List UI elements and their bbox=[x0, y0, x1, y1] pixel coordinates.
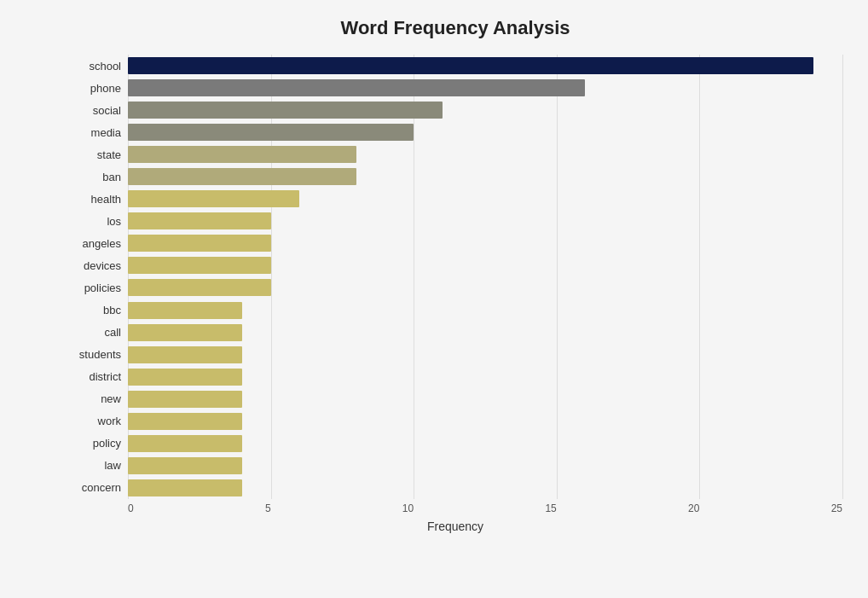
bar-row bbox=[128, 55, 842, 77]
bar-row bbox=[128, 254, 842, 276]
x-tick-label: 15 bbox=[545, 502, 556, 514]
bar bbox=[128, 369, 242, 386]
bar-row bbox=[128, 344, 842, 366]
bar-row bbox=[128, 165, 842, 188]
bar bbox=[128, 479, 242, 496]
y-label: policies bbox=[68, 276, 121, 299]
bar bbox=[128, 413, 242, 430]
x-labels: 0510152025 bbox=[128, 502, 842, 514]
y-label: district bbox=[68, 366, 121, 388]
bar-row bbox=[128, 232, 842, 254]
bar bbox=[128, 124, 414, 141]
x-tick-label: 10 bbox=[402, 502, 414, 514]
y-label: work bbox=[68, 410, 121, 433]
y-label: phone bbox=[68, 77, 121, 99]
bar-row bbox=[128, 366, 842, 388]
bars-and-grid bbox=[128, 55, 842, 499]
bar-row bbox=[128, 121, 842, 143]
x-axis-title: Frequency bbox=[68, 520, 842, 533]
bar-row bbox=[128, 188, 842, 210]
chart-container: Word Frequency Analysis schoolphonesocia… bbox=[0, 0, 868, 598]
x-tick-label: 0 bbox=[128, 502, 134, 514]
y-label: new bbox=[68, 388, 121, 410]
bar bbox=[128, 279, 271, 296]
y-label: law bbox=[68, 455, 121, 477]
y-label: social bbox=[68, 99, 121, 121]
bar-row bbox=[128, 143, 842, 165]
chart-title: Word Frequency Analysis bbox=[68, 17, 842, 39]
y-label: students bbox=[68, 344, 121, 366]
bar bbox=[128, 168, 356, 185]
bar bbox=[128, 346, 242, 363]
y-label: call bbox=[68, 322, 121, 344]
bar-row bbox=[128, 210, 842, 232]
x-axis-container: 0510152025 bbox=[68, 502, 842, 514]
x-tick-label: 20 bbox=[688, 502, 699, 514]
y-label: devices bbox=[68, 254, 121, 276]
y-label: policy bbox=[68, 433, 121, 455]
bar-row bbox=[128, 410, 842, 433]
bar-row bbox=[128, 322, 842, 344]
grid-line bbox=[842, 55, 843, 499]
y-label: health bbox=[68, 188, 121, 210]
x-tick-label: 25 bbox=[831, 502, 842, 514]
chart-area: schoolphonesocialmediastatebanhealthlosa… bbox=[68, 55, 842, 533]
y-label: ban bbox=[68, 165, 121, 188]
bar-row bbox=[128, 388, 842, 410]
bar bbox=[128, 102, 443, 119]
y-label: bbc bbox=[68, 299, 121, 322]
y-label: state bbox=[68, 143, 121, 165]
bar-row bbox=[128, 77, 842, 99]
bar bbox=[128, 324, 242, 341]
y-label: concern bbox=[68, 477, 121, 499]
bar bbox=[128, 190, 299, 207]
x-tick-label: 5 bbox=[265, 502, 271, 514]
bar-row bbox=[128, 455, 842, 477]
y-label: school bbox=[68, 55, 121, 77]
y-label: los bbox=[68, 210, 121, 232]
bar bbox=[128, 79, 585, 96]
bar bbox=[128, 235, 271, 252]
bar bbox=[128, 257, 271, 274]
y-labels: schoolphonesocialmediastatebanhealthlosa… bbox=[68, 55, 128, 499]
bar bbox=[128, 435, 242, 452]
y-label: angeles bbox=[68, 232, 121, 254]
bar bbox=[128, 457, 242, 474]
y-label: media bbox=[68, 121, 121, 143]
bars-section: schoolphonesocialmediastatebanhealthlosa… bbox=[68, 55, 842, 499]
bar bbox=[128, 146, 356, 163]
bar-row bbox=[128, 99, 842, 121]
bars-column bbox=[128, 55, 842, 499]
bar-row bbox=[128, 433, 842, 455]
bar bbox=[128, 57, 813, 74]
bar bbox=[128, 212, 271, 229]
bar bbox=[128, 302, 242, 319]
bar-row bbox=[128, 276, 842, 299]
bar-row bbox=[128, 477, 842, 499]
bar-row bbox=[128, 299, 842, 322]
bar bbox=[128, 391, 242, 408]
